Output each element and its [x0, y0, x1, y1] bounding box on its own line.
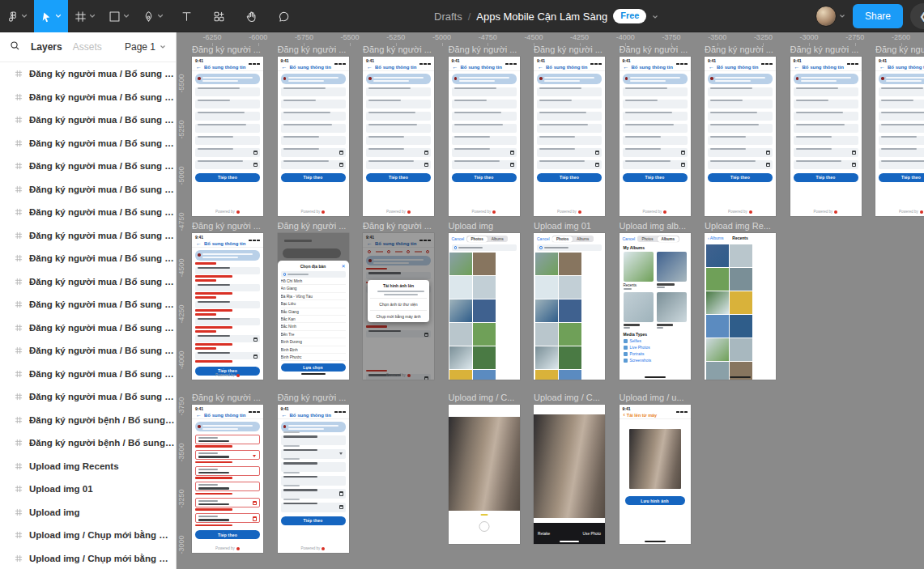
layer-row[interactable]: Đăng ký người mua / Bổ sung thô... — [0, 247, 176, 270]
sheet-list-item[interactable]: Bình Phước — [281, 354, 346, 361]
breadcrumb-folder[interactable]: Drafts — [434, 11, 462, 23]
canvas-frame[interactable]: CancelPhotosAlbumsMy AlbumsRecentsMedia … — [620, 233, 691, 380]
layer-row[interactable]: Đăng ký người mua / Bổ sung thô... — [0, 201, 176, 224]
frame-label[interactable]: Upload img 01 — [534, 221, 612, 232]
frame-label[interactable]: Đăng ký người ... — [790, 45, 869, 56]
sheet-list-item[interactable]: An Giang — [281, 285, 346, 292]
tab-layers[interactable]: Layers — [31, 41, 62, 53]
layer-row[interactable]: Đăng ký người mua / Bổ sung thô... — [0, 270, 176, 294]
sheet-list-item[interactable]: Bà Rịa - Vũng Tàu — [281, 293, 346, 300]
frame-label[interactable]: Upload img / C... — [534, 393, 612, 404]
hand-tool[interactable] — [235, 0, 267, 32]
text-tool[interactable] — [170, 0, 202, 32]
sheet-list-item[interactable]: Bắc Giang — [281, 308, 346, 316]
album-item[interactable] — [624, 292, 654, 329]
frame-label[interactable]: Upload img / C... — [449, 393, 527, 404]
media-type-item[interactable]: Selfies — [624, 339, 691, 343]
media-type-item[interactable]: Portraits — [624, 352, 691, 356]
layer-row[interactable]: Đăng ký người mua / Bổ sung thô... — [0, 132, 176, 155]
sheet-list-item[interactable]: Bắc Kạn — [281, 316, 346, 323]
frame-label[interactable]: Đăng ký người ... — [278, 393, 356, 404]
frame-label[interactable]: Upload img Re... — [705, 221, 783, 232]
canvas-frame[interactable]: 9:41←Bổ sung thông tinTiếp theoPowered b… — [192, 233, 263, 380]
page-selector[interactable]: Page 1 — [125, 41, 166, 53]
canvas-frame[interactable]: CancelPhotosAlbums — [534, 233, 605, 380]
pen-tool[interactable] — [136, 0, 170, 32]
tab-albums[interactable]: Albums — [488, 236, 508, 242]
present-button[interactable]: ❮ — [910, 3, 924, 29]
frame-label[interactable]: Đăng ký người ... — [449, 45, 527, 56]
frame-label[interactable]: Đăng ký người ... — [620, 45, 698, 56]
layer-row[interactable]: Đăng ký người mua / Bổ sung thô... — [0, 224, 176, 248]
option-take-new-photo[interactable]: Chụp mới bằng máy ảnh — [370, 310, 427, 322]
frame-label[interactable]: Đăng ký người ... — [705, 45, 783, 56]
layer-row[interactable]: Đăng ký người bệnh / Bổ sung thô... — [0, 431, 176, 455]
frame-label[interactable]: Đăng ký người ... — [192, 393, 270, 404]
album-item[interactable] — [657, 252, 687, 290]
account-menu[interactable] — [815, 6, 845, 27]
frame-label[interactable]: Đăng ký người ... — [192, 45, 270, 56]
option-choose-from-library[interactable]: Chọn ảnh từ thư viện — [370, 298, 427, 310]
album-item[interactable] — [657, 292, 687, 329]
canvas-frame[interactable]: 9:41←Bổ sung thông tinTiếp theoPowered b… — [875, 57, 924, 216]
layer-row[interactable]: Upload img Recents — [0, 455, 176, 478]
canvas-frame[interactable]: 9:41←Bổ sung thông tinTiếp theoPowered b… — [363, 233, 434, 380]
media-type-item[interactable]: Screenshots — [624, 359, 691, 363]
canvas-frame[interactable]: 9:41←Bổ sung thông tinTiếp theoPowered b… — [790, 57, 862, 216]
album-item[interactable]: Recents — [624, 252, 654, 290]
layer-row[interactable]: Upload img 01 — [0, 478, 176, 501]
canvas-frame[interactable] — [449, 405, 520, 544]
frame-label[interactable]: Upload img — [449, 221, 527, 232]
sheet-list-item[interactable]: Bình Định — [281, 346, 346, 354]
file-title[interactable]: Apps Mobile Cận Lâm Sàng — [476, 11, 607, 23]
canvas-frame[interactable]: Chọn địa bàn✕Hồ Chí MinhAn GiangBà Rịa -… — [278, 233, 349, 380]
tab-albums[interactable]: Albums — [658, 236, 679, 242]
layer-row[interactable]: Đăng ký người bệnh / Bổ sung thô... — [0, 409, 176, 432]
canvas-frame[interactable]: 9:41←Bổ sung thông tinTiếp theoPowered b… — [192, 57, 263, 216]
comment-tool[interactable] — [267, 0, 300, 32]
retake-button[interactable]: Retake — [538, 532, 550, 536]
move-tool[interactable] — [34, 0, 68, 32]
sheet-list-item[interactable]: Bến Tre — [281, 331, 346, 338]
layer-row[interactable]: Upload img / Chụp mới bằng máy ... — [0, 547, 176, 569]
tab-photos[interactable]: Photos — [552, 236, 573, 242]
canvas-frame[interactable]: 9:41←Bổ sung thông tinTiếp theoPowered b… — [278, 57, 349, 216]
canvas[interactable]: -6250-6000-5750-5500-5250-5000-4750-4500… — [177, 32, 924, 569]
sheet-list-item[interactable]: Bắc Ninh — [281, 323, 346, 330]
layer-row[interactable]: Đăng ký người mua / Bổ sung thô... — [0, 178, 176, 202]
tab-photos[interactable]: Photos — [467, 236, 488, 242]
frame-label[interactable]: Đăng ký người ... — [278, 45, 356, 56]
frame-label[interactable]: Đăng ký người ... — [192, 221, 270, 232]
media-type-item[interactable]: Live Photos — [624, 346, 691, 350]
sheet-list-item[interactable]: Hồ Chí Minh — [281, 278, 346, 285]
canvas-frame[interactable]: 9:41←Bổ sung thông tinTiếp theoPowered b… — [363, 57, 434, 216]
canvas-frame[interactable]: ‹ AlbumsRecents — [705, 233, 776, 380]
layer-row[interactable]: Đăng ký người mua / Bổ sung thô... — [0, 62, 176, 86]
search-icon[interactable] — [10, 40, 20, 54]
layer-row[interactable]: Upload img — [0, 501, 176, 524]
layer-row[interactable]: Đăng ký người mua / Bổ sung thô... — [0, 385, 176, 409]
main-menu-button[interactable] — [0, 0, 34, 32]
frame-label[interactable]: Đăng ký người ... — [534, 45, 612, 56]
layer-row[interactable]: Đăng ký người mua / Bổ sung thô... — [0, 108, 176, 132]
canvas-frame[interactable]: 9:41←Bổ sung thông tinTiếp theoPowered b… — [534, 57, 605, 216]
layer-row[interactable]: Đăng ký người mua / Bổ sung thô... — [0, 155, 176, 178]
picker-search-input[interactable] — [537, 244, 602, 251]
frame-label[interactable]: Upload img / u... — [620, 393, 698, 404]
frame-tool[interactable] — [68, 0, 102, 32]
avatar[interactable] — [815, 6, 837, 27]
shutter-button[interactable] — [479, 521, 489, 532]
tab-assets[interactable]: Assets — [73, 41, 102, 53]
layer-row[interactable]: Đăng ký người mua / Bổ sung thô... — [0, 363, 176, 386]
picker-search-input[interactable] — [452, 244, 517, 251]
close-icon[interactable]: ✕ — [341, 263, 345, 269]
frame-label[interactable]: Đăng ký người ... — [278, 221, 356, 232]
shape-tool[interactable] — [102, 0, 136, 32]
layer-row[interactable]: Đăng ký người mua / Bổ sung thô... — [0, 316, 176, 340]
layer-row[interactable]: Đăng ký người mua / Bổ sung thô... — [0, 86, 176, 109]
use-photo-button[interactable]: Use Photo — [583, 532, 601, 536]
canvas-frame[interactable]: RetakeUse Photo — [534, 405, 605, 544]
share-button[interactable]: Share — [853, 4, 903, 28]
tab-albums[interactable]: Albums — [573, 236, 593, 242]
chevron-down-icon[interactable] — [652, 11, 658, 23]
